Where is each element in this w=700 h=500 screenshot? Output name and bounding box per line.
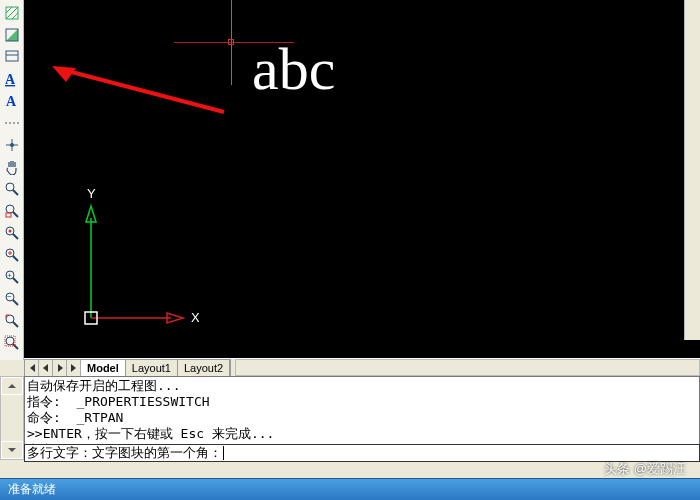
tab-last-icon[interactable] <box>67 360 81 376</box>
tool-zoom-extents-icon[interactable] <box>2 333 22 353</box>
tab-prev-icon[interactable] <box>39 360 53 376</box>
layout-tab-row: Model Layout1 Layout2 <box>24 358 700 376</box>
tool-point-icon[interactable] <box>2 135 22 155</box>
ucs-icon: Y X <box>79 188 199 338</box>
drawing-canvas[interactable]: abc Y X <box>24 0 700 358</box>
draw-toolbar: A A + − <box>0 0 24 360</box>
axis-x-label: X <box>191 310 199 325</box>
tool-region-icon[interactable] <box>2 47 22 67</box>
svg-line-36 <box>13 322 18 327</box>
tool-text-icon[interactable]: A <box>2 91 22 111</box>
svg-marker-4 <box>6 29 18 41</box>
svg-line-20 <box>13 212 18 217</box>
svg-line-2 <box>6 7 12 13</box>
svg-line-23 <box>13 234 18 239</box>
svg-point-11 <box>9 122 11 124</box>
tool-hatch-icon[interactable] <box>2 3 22 23</box>
watermark: 头条 @爱踢汪 <box>604 460 686 478</box>
annotation-arrow-icon <box>50 64 226 114</box>
status-bar: 准备就绪 <box>0 478 700 500</box>
tab-layout1[interactable]: Layout1 <box>126 360 178 376</box>
svg-line-40 <box>64 70 224 112</box>
svg-point-35 <box>6 315 14 323</box>
svg-text:A: A <box>5 72 16 87</box>
svg-line-30 <box>13 278 18 283</box>
tab-first-icon[interactable] <box>25 360 39 376</box>
tool-zoom-in-icon[interactable]: + <box>2 267 22 287</box>
svg-text:+: + <box>7 271 12 280</box>
canvas-scrollbar-vertical[interactable] <box>684 0 700 340</box>
svg-point-10 <box>5 122 7 124</box>
scroll-down-icon[interactable] <box>1 441 23 459</box>
svg-line-18 <box>13 190 18 195</box>
tool-pan-icon[interactable] <box>2 157 22 177</box>
svg-point-37 <box>6 337 14 345</box>
tool-mtext-icon[interactable]: A <box>2 69 22 89</box>
status-text: 准备就绪 <box>8 481 56 498</box>
tool-divider-dots-icon <box>2 113 22 133</box>
svg-marker-41 <box>52 66 76 82</box>
log-line: 自动保存开启的工程图... <box>27 378 180 393</box>
sample-text: abc <box>252 35 335 104</box>
log-scrollbar[interactable] <box>0 376 24 460</box>
tab-nav: Model Layout1 Layout2 <box>24 359 231 377</box>
svg-line-33 <box>13 300 18 305</box>
command-input[interactable]: 多行文字：文字图块的第一个角： <box>24 444 700 462</box>
tab-model[interactable]: Model <box>81 360 126 376</box>
svg-point-17 <box>6 183 14 191</box>
svg-point-12 <box>13 122 15 124</box>
axis-y-label: Y <box>87 188 96 201</box>
svg-line-26 <box>13 256 18 261</box>
svg-rect-6 <box>6 51 18 61</box>
svg-rect-21 <box>6 213 11 217</box>
svg-text:A: A <box>6 94 17 109</box>
tool-zoom-all-icon[interactable] <box>2 311 22 331</box>
log-line: 命令: _RTPAN <box>27 410 123 425</box>
text-cursor <box>223 446 224 460</box>
scroll-up-icon[interactable] <box>1 377 23 395</box>
canvas-scrollbar-horizontal[interactable] <box>235 359 700 376</box>
log-line: >>ENTER，按一下右键或 Esc 来完成... <box>27 426 274 441</box>
log-line: 指令: _PROPERTIESSWITCH <box>27 394 210 409</box>
tab-layout2[interactable]: Layout2 <box>178 360 230 376</box>
svg-point-19 <box>6 205 14 213</box>
svg-point-13 <box>17 122 19 124</box>
tool-gradient-icon[interactable] <box>2 25 22 45</box>
tool-zoom-realtime-icon[interactable] <box>2 179 22 199</box>
tool-zoom-window-icon[interactable] <box>2 201 22 221</box>
svg-point-24 <box>8 230 11 233</box>
tool-zoom-out-icon[interactable]: − <box>2 289 22 309</box>
svg-text:−: − <box>7 292 12 301</box>
tab-next-icon[interactable] <box>53 360 67 376</box>
tool-zoom-dynamic-icon[interactable] <box>2 223 22 243</box>
svg-line-3 <box>12 13 18 19</box>
crosshair-pickbox <box>228 39 234 45</box>
command-prompt: 多行文字：文字图块的第一个角： <box>27 444 222 462</box>
svg-line-1 <box>6 7 18 19</box>
tool-zoom-center-icon[interactable] <box>2 245 22 265</box>
